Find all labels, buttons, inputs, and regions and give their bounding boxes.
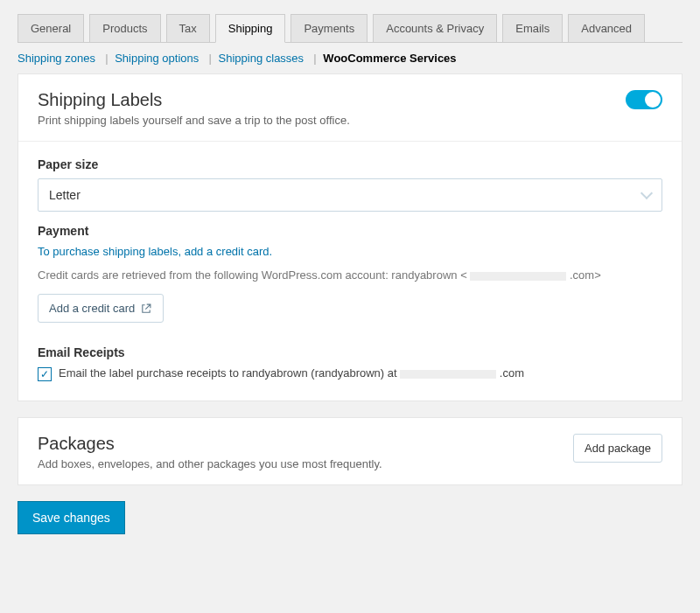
paper-size-select[interactable]: Letter <box>38 178 662 212</box>
shipping-labels-toggle[interactable] <box>626 90 662 109</box>
packages-subtitle: Add boxes, envelopes, and other packages… <box>38 457 382 470</box>
tab-shipping[interactable]: Shipping <box>215 14 286 43</box>
email-receipts-label: Email Receipts <box>38 345 662 359</box>
chevron-down-icon <box>640 187 653 199</box>
add-credit-card-button[interactable]: Add a credit card <box>38 294 164 323</box>
separator: | <box>307 52 320 65</box>
tab-products[interactable]: Products <box>89 14 160 43</box>
subtab-options[interactable]: Shipping options <box>115 52 199 65</box>
external-link-icon <box>140 303 152 315</box>
redacted-email <box>470 272 566 281</box>
tab-emails[interactable]: Emails <box>502 14 563 43</box>
tab-accounts[interactable]: Accounts & Privacy <box>373 14 497 43</box>
paper-size-value: Letter <box>49 188 80 202</box>
add-credit-card-label: Add a credit card <box>49 302 135 315</box>
email-receipts-checkbox[interactable]: ✓ <box>38 367 52 381</box>
subtab-zones[interactable]: Shipping zones <box>18 52 95 65</box>
paper-size-label: Paper size <box>38 157 662 171</box>
separator: | <box>99 52 112 65</box>
separator: | <box>202 52 215 65</box>
add-package-label: Add package <box>584 442 651 455</box>
save-changes-label: Save changes <box>32 511 110 525</box>
tab-tax[interactable]: Tax <box>166 14 210 43</box>
email-receipts-text-suffix: .com <box>500 366 524 380</box>
tab-payments[interactable]: Payments <box>290 14 368 43</box>
tab-advanced[interactable]: Advanced <box>568 14 645 43</box>
redacted-email <box>400 370 496 379</box>
email-receipts-text: Email the label purchase receipts to ran… <box>59 366 524 380</box>
payment-account-suffix: .com> <box>570 268 601 282</box>
subtab-classes[interactable]: Shipping classes <box>219 52 304 65</box>
payment-account-line: Credit cards are retrieved from the foll… <box>38 268 662 282</box>
settings-tabs: General Products Tax Shipping Payments A… <box>18 14 682 43</box>
email-receipts-text-prefix: Email the label purchase receipts to ran… <box>59 366 400 380</box>
shipping-labels-card: Shipping Labels Print shipping labels yo… <box>18 73 682 401</box>
packages-card: Packages Add boxes, envelopes, and other… <box>18 417 682 485</box>
payment-help: To purchase shipping labels, add a credi… <box>38 245 662 258</box>
packages-title: Packages <box>38 434 382 454</box>
save-changes-button[interactable]: Save changes <box>18 501 125 534</box>
add-package-button[interactable]: Add package <box>573 434 662 463</box>
payment-account-prefix: Credit cards are retrieved from the foll… <box>38 268 467 282</box>
shipping-labels-subtitle: Print shipping labels yourself and save … <box>38 114 350 127</box>
shipping-subtabs: Shipping zones | Shipping options | Ship… <box>18 43 682 73</box>
shipping-labels-title: Shipping Labels <box>38 90 350 110</box>
tab-general[interactable]: General <box>18 14 84 43</box>
subtab-services: WooCommerce Services <box>323 52 456 65</box>
payment-label: Payment <box>38 224 662 238</box>
